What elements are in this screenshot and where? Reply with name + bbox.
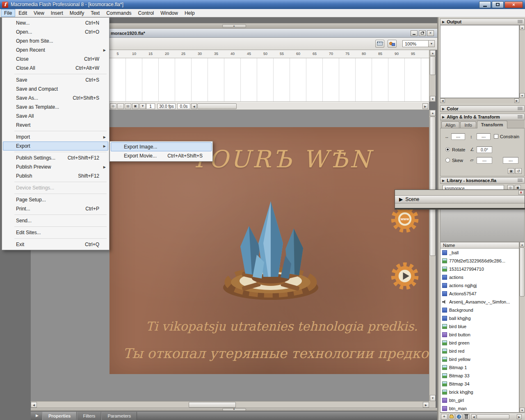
timeline-scroll-left-button[interactable]: ◀ [191,103,197,109]
file-menu-item-save[interactable]: SaveCtrl+S [3,75,108,84]
scrollbar-thumb[interactable] [189,402,236,408]
current-frame-field[interactable]: 1 [146,103,155,109]
menubar-item-view[interactable]: View [30,9,48,17]
library-item[interactable]: Bitmap 33 [441,372,519,380]
library-item[interactable]: Bitmap 1 [441,363,519,372]
edit-scene-button[interactable] [375,40,384,48]
library-item[interactable]: ball khgjhg [441,314,519,322]
timeline-grid[interactable] [110,58,429,102]
scroll-up-button[interactable]: ▲ [430,50,436,56]
scene-floating-panel[interactable]: × ▶ Scene [395,189,525,210]
timeline-vertical-scrollbar[interactable]: ▲ ▼ [429,50,436,102]
rotate-radio[interactable] [445,147,450,152]
file-menu-item-print[interactable]: Print...Ctrl+P [3,204,108,213]
properties-collapse-splitter[interactable]: ▼ [31,408,437,411]
bottom-tab-parameters[interactable]: Parameters [101,412,137,420]
scroll-right-button[interactable]: ▶ [423,402,429,408]
align-info-transform-panel-header[interactable]: ▶ Align & Info & Transform [440,114,525,120]
skew-radio[interactable] [445,158,450,162]
delete-item-button[interactable] [463,414,470,420]
scroll-right-button[interactable]: ▶ [517,414,522,419]
library-item[interactable]: Background [441,306,519,314]
library-item[interactable]: btn_man [441,404,519,413]
menubar-item-edit[interactable]: Edit [15,9,30,17]
file-menu-item-export[interactable]: Export▶ [3,142,108,151]
minimize-button[interactable] [479,1,491,8]
library-item[interactable]: 770fd2ef13229656d9c286... [441,257,519,265]
skew-x-field[interactable]: --- [477,157,492,164]
onion-skin-button[interactable]: ◌ [117,103,124,109]
properties-expander-icon[interactable]: ▶ [36,413,39,418]
library-vertical-scrollbar[interactable]: ▲ ▼ [519,242,525,413]
scroll-up-button[interactable]: ▲ [520,242,525,247]
library-panel-header[interactable]: ▶ Library - kosmorace.fla [440,177,525,184]
scroll-down-button[interactable]: ▼ [430,395,436,401]
output-panel-content[interactable] [440,25,519,98]
new-symbol-button[interactable]: + [441,414,447,420]
file-menu-item-page-setup[interactable]: Page Setup... [3,195,108,204]
file-menu-item-new[interactable]: New...Ctrl+N [3,18,108,27]
menubar-item-text[interactable]: Text [87,9,103,17]
library-item[interactable]: 15311427994710 [441,265,519,273]
file-menu-item-exit[interactable]: ExitCtrl+Q [3,240,108,249]
zoom-input[interactable]: 100% [402,40,429,47]
panel-menu-icon[interactable] [518,20,523,23]
export-submenu-item-export-movie[interactable]: Export Movie...Ctrl+Alt+Shift+S [111,151,212,160]
collapse-down-handle[interactable]: ▼ [222,408,246,411]
edit-symbols-button[interactable] [388,40,397,48]
bottom-tab-filters[interactable]: Filters [77,412,101,420]
document-horizontal-scrollbar[interactable]: ◀ ▶ [31,401,429,408]
edit-multiple-frames-button[interactable]: ▣ [132,103,139,109]
library-item[interactable]: Bitmap 34 [441,380,519,388]
doc-close-button[interactable]: × [427,30,434,36]
file-menu-item-open-recent[interactable]: Open Recent▶ [3,46,108,55]
library-item[interactable]: btn_girl [441,396,519,404]
file-menu-item-device-settings[interactable]: Device Settings... [3,183,108,192]
onion-outline-button[interactable]: ▤ [125,103,131,109]
scroll-down-button[interactable]: ▼ [520,408,525,413]
height-field[interactable]: --- [477,133,491,140]
item-properties-button[interactable]: i [456,414,462,420]
file-menu-item-publish[interactable]: PublishShift+F12 [3,171,108,180]
library-item[interactable]: Actions57547 [441,290,519,298]
menubar-item-insert[interactable]: Insert [48,9,66,17]
library-item[interactable]: actions ngjhgj [441,281,519,290]
file-menu-item-open[interactable]: Open...Ctrl+O [3,27,108,37]
elapsed-time-field[interactable]: 0.0s [177,103,190,109]
scroll-left-button[interactable]: ◀ [471,414,476,419]
file-menu-item-open-from-site[interactable]: Open from Site... [3,37,108,46]
file-menu-item-send[interactable]: Send... [3,216,108,225]
file-menu-item-save-all[interactable]: Save All [3,112,108,121]
scroll-up-button[interactable]: ▲ [430,110,436,116]
panel-menu-icon[interactable] [518,115,523,119]
doc-minimize-button[interactable] [411,30,418,36]
scroll-down-button[interactable]: ▼ [430,96,436,102]
scroll-down-button[interactable]: ▼ [520,93,525,98]
menubar-item-file[interactable]: File [1,9,15,17]
app-titlebar[interactable]: f Macromedia Flash Professional 8 - [kos… [0,0,525,9]
timeline-scroll-right-button[interactable]: ▶ [422,103,428,109]
document-vertical-scrollbar[interactable]: ▲ ▼ [429,110,436,401]
file-menu-item-save-as-template[interactable]: Save as Template... [3,103,108,112]
frame-rate-field[interactable]: 30.0 fps [158,103,176,109]
library-item[interactable]: bird button [441,331,519,339]
library-item[interactable]: bird red [441,347,519,355]
library-item[interactable]: Arsenij_Avraamov_-_Simfon... [441,298,519,306]
scroll-left-button[interactable]: ◀ [31,402,37,408]
panel-menu-icon[interactable] [518,107,523,110]
file-menu-item-import[interactable]: Import▶ [3,132,108,142]
file-menu-item-close[interactable]: CloseCtrl+W [3,55,108,64]
tab-info[interactable]: Info [460,121,476,128]
output-horizontal-scrollbar[interactable]: ◀ ▶ [440,98,519,103]
scroll-right-button[interactable]: ▶ [514,98,519,103]
tab-align[interactable]: Align [441,121,459,128]
zoom-dropdown-button[interactable]: ▼ [428,40,435,47]
output-panel-header[interactable]: ▶ Output [440,18,525,25]
scrollbar-thumb[interactable] [477,414,509,419]
file-menu-item-save-and-compact[interactable]: Save and Compact [3,84,108,94]
library-item[interactable]: actions [441,273,519,281]
library-item[interactable]: bird green [441,339,519,347]
collapse-up-handle[interactable]: ▲ [222,24,246,28]
center-frame-button[interactable]: ◎ [110,103,116,109]
scrollbar-thumb[interactable] [430,56,436,75]
